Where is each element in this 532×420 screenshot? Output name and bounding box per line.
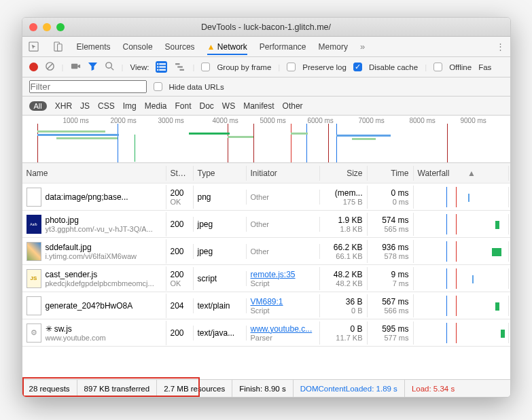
col-initiator: Initiator bbox=[247, 166, 320, 181]
svg-rect-13 bbox=[178, 66, 183, 67]
tab-network[interactable]: ▲ Network bbox=[207, 42, 247, 55]
filter-all[interactable]: All bbox=[29, 101, 47, 111]
svg-rect-11 bbox=[160, 69, 166, 71]
list-view-button[interactable] bbox=[156, 61, 167, 73]
filter-img[interactable]: Img bbox=[123, 101, 137, 111]
request-name: sddefault.jpg bbox=[46, 243, 137, 252]
filter-manifest[interactable]: Manifest bbox=[243, 101, 274, 111]
file-icon: ⚙ bbox=[26, 323, 41, 343]
waterfall-cell bbox=[414, 268, 509, 289]
minimize-window-icon[interactable] bbox=[43, 23, 51, 31]
disable-cache-checkbox[interactable]: ✓ bbox=[353, 63, 362, 71]
filter-font[interactable]: Font bbox=[175, 101, 191, 111]
waterfall-cell bbox=[414, 214, 509, 234]
group-by-frame-label: Group by frame bbox=[217, 63, 271, 71]
filter-xhr[interactable]: XHR bbox=[55, 101, 72, 111]
offline-label: Offline bbox=[449, 63, 472, 71]
col-time: Time bbox=[368, 166, 414, 181]
preserve-log-checkbox[interactable] bbox=[287, 63, 296, 71]
col-size: Size bbox=[320, 166, 368, 181]
svg-rect-2 bbox=[58, 44, 63, 51]
type: text/plain bbox=[194, 298, 247, 313]
status-transferred: 897 KB transferred bbox=[77, 380, 158, 398]
offline-checkbox[interactable] bbox=[433, 63, 442, 71]
filter-input[interactable] bbox=[29, 80, 147, 93]
file-icon: JS bbox=[26, 269, 41, 288]
col-status: Sta... bbox=[166, 166, 194, 181]
close-window-icon[interactable] bbox=[29, 23, 37, 31]
svg-rect-4 bbox=[71, 64, 77, 69]
warning-icon: ▲ bbox=[207, 42, 215, 52]
file-icon bbox=[26, 188, 41, 207]
status-finish: Finish: 8.90 s bbox=[232, 380, 293, 398]
filter-other[interactable]: Other bbox=[283, 101, 303, 111]
svg-point-5 bbox=[105, 63, 111, 68]
request-domain: www.youtube.com bbox=[46, 334, 106, 342]
type: script bbox=[194, 271, 247, 286]
table-row[interactable]: data:image/png;base...200OKpngOther(mem.… bbox=[22, 183, 510, 211]
preserve-log-label: Preserve log bbox=[302, 63, 347, 71]
status-bar: 28 requests 897 KB transferred 2.7 MB re… bbox=[22, 379, 510, 397]
status-code: 200 bbox=[171, 247, 189, 256]
filter-media[interactable]: Media bbox=[145, 101, 167, 111]
group-by-frame-checkbox[interactable] bbox=[201, 63, 210, 71]
more-tabs-icon[interactable]: » bbox=[360, 42, 365, 51]
device-toolbar-icon[interactable] bbox=[52, 41, 65, 53]
status-code: 200 bbox=[171, 188, 189, 198]
inspect-icon[interactable] bbox=[28, 41, 40, 53]
kebab-menu-icon[interactable]: ⋮ bbox=[496, 42, 505, 51]
filter-css[interactable]: CSS bbox=[98, 101, 115, 111]
svg-rect-14 bbox=[180, 69, 184, 71]
request-domain: pkedcjkdefgpdelpbcmbmeomcj... bbox=[46, 279, 154, 287]
table-row[interactable]: JScast_sender.jspkedcjkdefgpdelpbcmbmeom… bbox=[22, 265, 510, 292]
initiator-link[interactable]: VM689:1 bbox=[251, 297, 283, 307]
initiator-link[interactable]: www.youtube.c... bbox=[251, 324, 313, 334]
table-row[interactable]: ⚙✳ sw.jswww.youtube.com200text/java...ww… bbox=[22, 319, 510, 347]
timeline-overview[interactable]: 1000 ms2000 ms3000 ms4000 ms5000 ms6000 … bbox=[22, 116, 510, 163]
zoom-window-icon[interactable] bbox=[56, 23, 65, 31]
throttling-label[interactable]: Fas bbox=[478, 63, 491, 71]
table-header[interactable]: Name Sta... Type Initiator Size Time Wat… bbox=[22, 163, 510, 183]
search-icon[interactable] bbox=[105, 61, 115, 73]
initiator-link[interactable]: remote.js:35 bbox=[251, 270, 296, 279]
status-code: 204 bbox=[171, 301, 189, 311]
view-label: View: bbox=[130, 63, 149, 71]
table-row[interactable]: sddefault.jpgi.ytimg.com/vi/6lfaiXM6waw2… bbox=[22, 238, 510, 265]
tab-sources[interactable]: Sources bbox=[165, 42, 195, 52]
svg-rect-8 bbox=[157, 66, 158, 67]
tab-console[interactable]: Console bbox=[123, 42, 153, 52]
table-row[interactable]: generate_204?bHwO8A204text/plainVM689:1S… bbox=[22, 292, 510, 319]
record-button[interactable] bbox=[29, 63, 38, 71]
camera-icon[interactable] bbox=[71, 61, 81, 73]
filter-ws[interactable]: WS bbox=[222, 101, 235, 111]
request-name: cast_sender.js bbox=[46, 270, 154, 279]
table-row[interactable]: Aa/bphoto.jpgyt3.ggpht.com/-vu_v-hJT-3Q/… bbox=[22, 211, 510, 238]
tab-memory[interactable]: Memory bbox=[319, 42, 348, 52]
filter-bar: Hide data URLs bbox=[22, 77, 510, 97]
svg-rect-6 bbox=[157, 63, 158, 65]
col-type: Type bbox=[194, 166, 247, 181]
svg-rect-12 bbox=[175, 63, 179, 65]
status-code: 200 bbox=[171, 328, 189, 338]
type: jpeg bbox=[194, 244, 247, 259]
svg-rect-7 bbox=[160, 63, 166, 65]
type-filters: All XHR JS CSS Img Media Font Doc WS Man… bbox=[22, 97, 510, 116]
filter-doc[interactable]: Doc bbox=[200, 101, 214, 111]
request-domain: yt3.ggpht.com/-vu_v-hJT-3Q/A... bbox=[46, 225, 153, 233]
request-name: generate_204?bHwO8A bbox=[46, 301, 133, 311]
status-resources: 2.7 MB resources bbox=[157, 380, 232, 398]
tab-performance[interactable]: Performance bbox=[260, 42, 306, 52]
status-code: 200 bbox=[171, 270, 189, 279]
filter-js[interactable]: JS bbox=[80, 101, 90, 111]
waterfall-view-button[interactable] bbox=[174, 61, 185, 73]
tab-elements[interactable]: Elements bbox=[77, 42, 111, 52]
filter-icon[interactable] bbox=[88, 61, 98, 73]
clear-icon[interactable] bbox=[45, 61, 55, 73]
sort-arrow-icon: ▲ bbox=[467, 169, 476, 178]
svg-rect-9 bbox=[160, 66, 166, 67]
titlebar: DevTools - luck-bacon-1.glitch.me/ bbox=[22, 18, 510, 37]
request-name: data:image/png;base... bbox=[46, 192, 128, 202]
file-icon: Aa/b bbox=[26, 215, 41, 234]
waterfall-cell bbox=[414, 187, 509, 207]
hide-data-urls-checkbox[interactable] bbox=[154, 82, 162, 91]
